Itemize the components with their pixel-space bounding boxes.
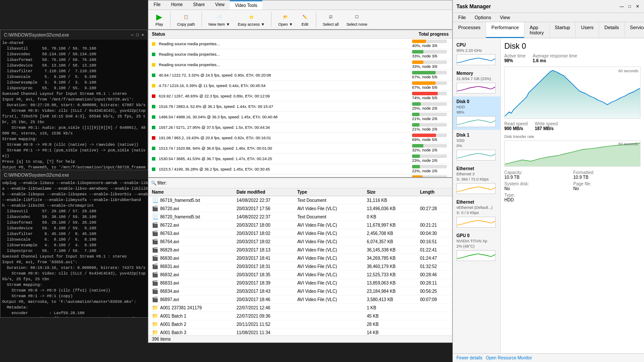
cmd-line: libpostproc 55. 9.100 / 55. 9.100 [2,86,146,91]
col-name[interactable]: Name [148,188,233,196]
sidebar-item-disk0[interactable]: Disk 0 HDD 98% [453,97,500,130]
tab-startup[interactable]: Startup [550,22,576,38]
table-row[interactable]: 📃86720_framemd5.txt 14/08/2022 22:37 Tex… [148,213,452,221]
table-row[interactable]: 🎬86830.avi 20/03/2017 18:41 AVI Video Fi… [148,254,452,262]
open-icon: 📂 [281,13,290,21]
tab-share[interactable]: Share [188,0,210,10]
sidebar-mini-graph [456,250,496,261]
play-button[interactable]: ▶ Play [152,11,167,28]
sidebar-item-ethernet1[interactable]: Ethernet Ethernet 3 S: 384 / 72.0 Kbps [453,164,500,197]
table-row[interactable]: 🎬86834.avi 20/03/2017 18:43 AVI Video Fi… [148,287,452,295]
tm-maximize-button[interactable]: □ [627,3,633,10]
progress-row: 1516.78 / 2883.4, 52.6% @ 36.1 fps, spee… [148,101,452,112]
col-date[interactable]: Date modified [233,188,294,196]
select-all-icon: ☑ [326,13,335,21]
tab-processes[interactable]: Processes [453,22,486,38]
mini-graph-svg [457,150,495,160]
select-all-button[interactable]: ☑ Select all [320,11,342,28]
tm-title: Task Manager [456,3,619,10]
cmd-line: Stream mapping: [2,137,146,142]
copy-path-button[interactable]: 📋 Copy path [174,11,198,28]
table-row[interactable]: 🎬86722.avi 20/03/2017 18:00 AVI Video Fi… [148,221,452,229]
tab-videotools[interactable]: Video Tools [230,0,262,10]
tab-view[interactable]: View [210,0,230,10]
system-disk-item: System disk: No [504,181,572,191]
file-icon: 🎬 [152,263,158,269]
col-size[interactable]: Size [363,188,416,196]
progress-header: Status Total progress [148,30,452,39]
tab-apphistory[interactable]: App history [524,22,549,38]
menu-view[interactable]: View [498,14,512,21]
play-icon: ▶ [155,13,164,21]
table-row[interactable]: 🎬86829.avi 20/03/2017 18:13 AVI Video Fi… [148,246,452,254]
sidebar-sub: vEthernet (Default...) [456,205,497,210]
cmd-line: Input #0, avi, from '/mnt/f/automation/i… [2,97,146,103]
fewer-details-button[interactable]: Fewer details [456,355,482,360]
table-row[interactable]: 🎬86764.avi 20/03/2017 18:02 AVI Video Fi… [148,238,452,246]
detail-grid: Capacity: 10.9 TB Formatted: 10.9 TB Sys… [504,170,641,202]
file-list-area: 🔍 filter: Name Date modified Type Size L… [148,178,453,343]
sidebar-sub2: 2% (48°C) [456,244,497,248]
capacity-item: Capacity: 10.9 TB [504,170,572,180]
menu-file[interactable]: File [456,14,468,21]
col-length[interactable]: Length [416,188,452,196]
tab-home[interactable]: Home [166,0,188,10]
sidebar-mini-graph [456,217,496,228]
table-row[interactable]: 🎬86720.avi 20/03/2017 17:56 AVI Video Fi… [148,204,452,213]
tab-users[interactable]: Users [576,22,599,38]
progress-row: 191.08 / 983.2, 19.43% @ 20.6 fps, speed… [148,133,452,143]
file-table-body: 📃86719_framemd5.txt 14/08/2022 22:37 Tex… [148,196,452,336]
table-row[interactable]: 🎬86832.avi 20/03/2017 18:35 AVI Video Fi… [148,271,452,279]
table-row[interactable]: 📁A001 Batch 3 11/08/2021 11:34 14 KB [148,328,452,336]
divider-3 [271,12,272,27]
new-item-button[interactable]: 📄 New Item ▼ [205,11,233,28]
tm-close-button[interactable]: ✕ [634,3,641,10]
file-icon: 🎬 [152,247,158,253]
sidebar-label: CPU [456,43,497,47]
table-row[interactable]: 🎬86763.avi 20/03/2017 18:02 AVI Video Fi… [148,229,452,238]
write-speed-value: 187 MB/s [535,126,558,131]
cmd-line: Duration: 00:27:28.00, start: 0.000000, … [2,103,146,108]
table-row[interactable]: 🎬86833.avi 20/03/2017 18:39 AVI Video Fi… [148,279,452,287]
file-icon: 📁 [152,329,158,335]
tm-minimize-button[interactable]: — [619,3,625,10]
file-icon: 🎬 [152,205,158,211]
sidebar-item-memory[interactable]: Memory 21.8/94.7 GB (23%) [453,68,500,97]
table-row[interactable]: 🎬86897.avi 20/03/2017 18:46 AVI Video Fi… [148,295,452,304]
table-row[interactable]: 🎬86831.avi 20/03/2017 18:31 AVI Video Fi… [148,262,452,271]
open-button[interactable]: 📂 Open ▼ [275,11,295,28]
sidebar-sub2: S: 0 / 0 Kbps [456,211,497,215]
sidebar-item-gpu[interactable]: GPU 0 NVIDIA TITAN Xp 2% (48°C) [453,231,500,264]
file-icon: 📃 [152,214,158,220]
file-table: Name Date modified Type Size Length 📃867… [148,188,452,335]
tab-performance[interactable]: Performance [486,22,524,38]
tab-file[interactable]: File [148,0,166,10]
cmd-titlebar-1: C:\WINDOWS\system32\cmd.exe — □ ✕ [0,30,148,40]
active-time-value: 98% [504,58,526,63]
open-resource-monitor-button[interactable]: Open Resource Monitor [486,355,532,360]
table-row[interactable]: 📃86719_framemd5.txt 14/08/2022 22:37 Tex… [148,196,452,204]
col-type[interactable]: Type [294,188,363,196]
cmd-line: Press [q] to stop, [?] for help [2,159,146,165]
tm-tabs: Processes Performance App history Startu… [453,22,644,38]
sidebar-item-disk1[interactable]: Disk 1 SSD 0% [453,130,500,164]
table-row[interactable]: 📁A001 Batch 2 20/11/2021 11:52 28 KB [148,320,452,328]
edit-button[interactable]: ✏️ Edit [298,11,312,28]
tab-details[interactable]: Details [599,22,625,38]
write-speed-label: Write speed [535,121,558,126]
formatted-item: Formatted: 10.9 TB [574,170,641,180]
progress-row: Reading source media properties... 33%, … [148,49,452,60]
file-scroll-area[interactable]: Name Date modified Type Size Length 📃867… [148,188,452,335]
table-row[interactable]: 📁A001 Batch 1 22/07/2021 09:36 45 KB [148,312,452,320]
sidebar-item-ethernet2[interactable]: Ethernet vEthernet (Default...) S: 0 / 0… [453,197,500,231]
cmd-body-1[interactable]: le-shared libavutil 56. 70.100 / 56. 70.… [0,40,148,177]
stat-row-2: Read speed 900 MB/s Write speed 187 MB/s [504,121,641,131]
file-icon: 🎬 [152,272,158,278]
menu-options[interactable]: Options [473,14,493,21]
table-row[interactable]: 📁A001 237381 241179 22/07/2021 12:46 1 K… [148,304,452,312]
sidebar-item-cpu[interactable]: CPU 95% 2.20 GHz [453,40,500,68]
progress-rows-container: Reading source media properties... 40%, … [148,39,452,178]
tab-services[interactable]: Services [625,22,644,38]
easy-access-button[interactable]: ⭐ Easy access ▼ [235,11,268,28]
select-none-button[interactable]: ☐ Select none [343,11,370,28]
